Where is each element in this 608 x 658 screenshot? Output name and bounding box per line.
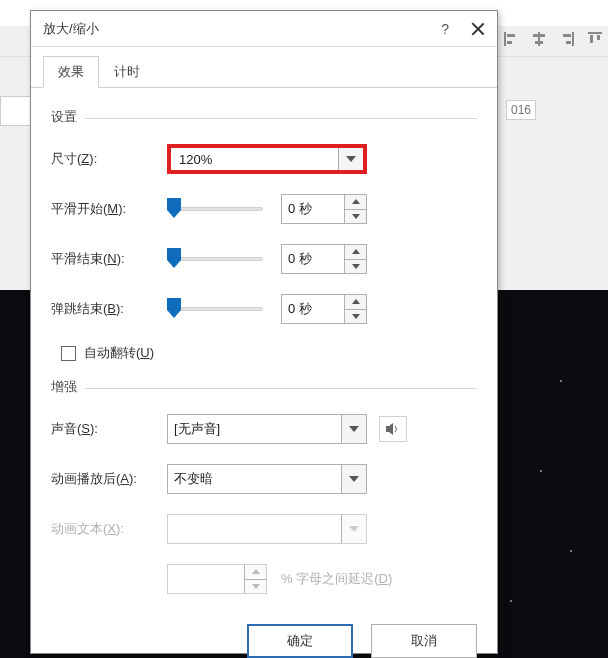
bounce-end-spinner[interactable]: 0 秒	[281, 294, 367, 324]
after-label: 动画播放后(A):	[51, 470, 167, 488]
spin-up	[245, 565, 266, 580]
row-smooth-start: 平滑开始(M): 0 秒	[51, 194, 477, 224]
smooth-start-spinner[interactable]: 0 秒	[281, 194, 367, 224]
tab-effect[interactable]: 效果	[43, 56, 99, 88]
smooth-start-label: 平滑开始(M):	[51, 200, 167, 218]
after-combo[interactable]: 不变暗	[167, 464, 367, 494]
sound-combo[interactable]: [无声音]	[167, 414, 367, 444]
group-enhance: 增强	[51, 378, 477, 396]
titlebar: 放大/缩小 ?	[31, 11, 497, 47]
chevron-down-icon	[349, 476, 359, 482]
spin-down[interactable]	[345, 260, 366, 274]
spin-down[interactable]	[345, 210, 366, 224]
size-dropdown-button[interactable]	[339, 148, 363, 170]
chevron-down-icon	[349, 526, 359, 532]
svg-rect-10	[590, 35, 593, 43]
anim-text-combo	[167, 514, 367, 544]
autoflip-checkbox[interactable]: 自动翻转(U)	[61, 344, 477, 362]
letter-delay-label: % 字母之间延迟(D)	[281, 570, 392, 588]
smooth-start-value: 0 秒	[282, 195, 344, 223]
close-button[interactable]	[471, 22, 485, 36]
svg-rect-11	[597, 35, 600, 40]
letter-delay-spinner	[167, 564, 267, 594]
group-settings: 设置	[51, 108, 477, 126]
smooth-end-slider[interactable]	[167, 250, 263, 268]
bounce-end-label: 弹跳结束(B):	[51, 300, 167, 318]
chevron-down-icon	[349, 426, 359, 432]
size-input[interactable]	[177, 151, 332, 168]
sound-dropdown-button[interactable]	[342, 415, 366, 443]
svg-rect-7	[563, 34, 571, 37]
anim-text-label: 动画文本(X):	[51, 520, 167, 538]
spin-down	[245, 580, 266, 594]
ok-button[interactable]: 确定	[247, 624, 353, 658]
slider-thumb[interactable]	[167, 198, 181, 218]
bounce-end-value: 0 秒	[282, 295, 344, 323]
anim-text-dropdown-button	[342, 515, 366, 543]
row-anim-text: 动画文本(X):	[51, 514, 477, 544]
align-center-icon[interactable]	[530, 30, 548, 48]
svg-rect-0	[504, 32, 506, 46]
autoflip-label: 自动翻转(U)	[84, 344, 154, 362]
svg-rect-9	[588, 32, 602, 34]
letter-delay-value	[168, 565, 244, 593]
spin-up[interactable]	[345, 195, 366, 210]
after-value: 不变暗	[168, 465, 342, 493]
chevron-down-icon	[346, 156, 356, 162]
checkbox-box[interactable]	[61, 346, 76, 361]
smooth-start-slider[interactable]	[167, 200, 263, 218]
size-label: 尺寸(Z):	[51, 150, 167, 168]
row-letter-delay: % 字母之间延迟(D)	[167, 564, 477, 594]
spin-up[interactable]	[345, 245, 366, 260]
align-top-icon[interactable]	[586, 30, 604, 48]
svg-rect-4	[533, 34, 545, 37]
align-left-icon[interactable]	[502, 30, 520, 48]
row-after-anim: 动画播放后(A): 不变暗	[51, 464, 477, 494]
tabs: 效果 计时	[31, 47, 497, 88]
cancel-button[interactable]: 取消	[371, 624, 477, 658]
svg-rect-8	[566, 41, 571, 44]
anim-text-value	[168, 515, 342, 543]
smooth-end-value: 0 秒	[282, 245, 344, 273]
grow-shrink-dialog: 放大/缩小 ? 效果 计时 设置 尺寸(Z): 平滑开始(M):	[30, 10, 498, 654]
row-size: 尺寸(Z):	[51, 144, 477, 174]
svg-rect-6	[572, 32, 574, 46]
timeline-marker: 016	[506, 100, 536, 120]
spin-up[interactable]	[345, 295, 366, 310]
speaker-icon	[385, 422, 401, 436]
svg-rect-1	[507, 34, 515, 37]
slider-thumb[interactable]	[167, 248, 181, 268]
bounce-end-slider[interactable]	[167, 300, 263, 318]
tab-timing[interactable]: 计时	[99, 56, 155, 88]
row-sound: 声音(S): [无声音]	[51, 414, 477, 444]
size-combo[interactable]	[167, 144, 367, 174]
smooth-end-spinner[interactable]: 0 秒	[281, 244, 367, 274]
dialog-title: 放大/缩小	[43, 20, 99, 38]
sound-value: [无声音]	[168, 415, 342, 443]
row-bounce-end: 弹跳结束(B): 0 秒	[51, 294, 477, 324]
row-smooth-end: 平滑结束(N): 0 秒	[51, 244, 477, 274]
sound-volume-button[interactable]	[379, 416, 407, 442]
footer: 确定 取消	[31, 614, 497, 658]
slider-thumb[interactable]	[167, 298, 181, 318]
spin-down[interactable]	[345, 310, 366, 324]
after-dropdown-button[interactable]	[342, 465, 366, 493]
ribbon-align-group	[498, 26, 608, 52]
help-button[interactable]: ?	[441, 21, 449, 37]
sound-label: 声音(S):	[51, 420, 167, 438]
svg-rect-5	[535, 41, 543, 44]
smooth-end-label: 平滑结束(N):	[51, 250, 167, 268]
svg-rect-2	[507, 41, 512, 44]
align-right-icon[interactable]	[558, 30, 576, 48]
